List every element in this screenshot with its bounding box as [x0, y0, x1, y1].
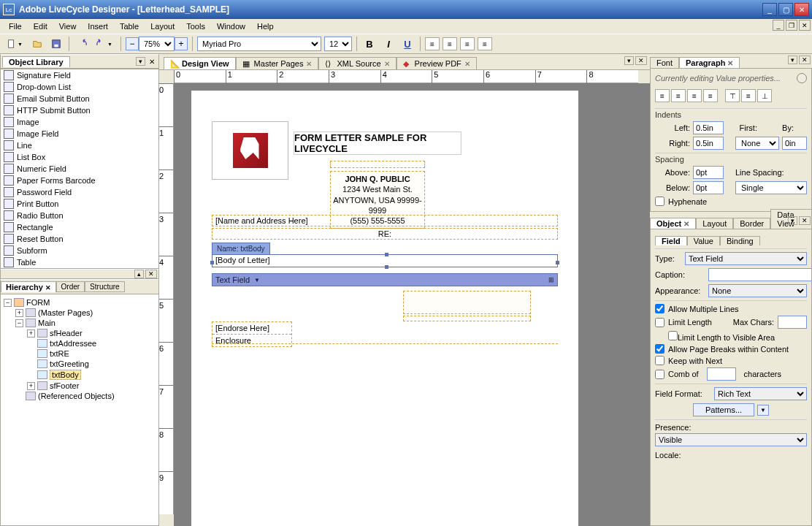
expand-icon[interactable]: +: [15, 309, 23, 317]
minimize-button[interactable]: _: [762, 3, 777, 16]
tab-design-view[interactable]: 📐Design View: [164, 57, 236, 69]
patterns-button[interactable]: Patterns...: [693, 403, 754, 416]
indent-right-input[interactable]: [693, 137, 724, 150]
panel-close-icon[interactable]: ✕: [799, 56, 811, 64]
patterns-dropdown[interactable]: ▼: [757, 405, 769, 416]
object-library-list[interactable]: Signature Field Drop-down List Email Sub…: [0, 69, 159, 269]
first-indent-select[interactable]: None: [735, 137, 779, 150]
keep-next-checkbox[interactable]: [655, 356, 664, 365]
open-button[interactable]: [29, 36, 45, 52]
expand-icon[interactable]: ⊞: [548, 276, 554, 283]
menu-table[interactable]: Table: [114, 20, 145, 32]
save-button[interactable]: [48, 36, 64, 52]
comb-checkbox[interactable]: [655, 370, 664, 379]
font-size-select[interactable]: 12: [324, 37, 352, 51]
tab-xml-source[interactable]: ⟨⟩XML Source✕: [318, 57, 396, 69]
limit-visible-checkbox[interactable]: [668, 331, 678, 340]
spacing-below-input[interactable]: [693, 181, 724, 194]
panel-close-icon[interactable]: ✕: [145, 270, 157, 278]
presence-select[interactable]: Visible: [655, 433, 807, 446]
menu-layout[interactable]: Layout: [145, 20, 180, 32]
panel-menu-icon[interactable]: ▾: [136, 57, 145, 66]
max-chars-input[interactable]: [778, 316, 807, 329]
hierarchy-tab[interactable]: Hierarchy ✕: [1, 281, 56, 292]
mdi-close-button[interactable]: ✕: [799, 20, 811, 31]
para-align-right[interactable]: ≡: [687, 89, 702, 102]
para-valign-top[interactable]: ⊤: [725, 89, 740, 102]
panel-menu-icon[interactable]: ▾: [788, 216, 797, 225]
limit-length-checkbox[interactable]: [655, 318, 664, 327]
endorse-field[interactable]: [Endorse Here]: [212, 322, 291, 335]
hierarchy-tree[interactable]: −FORM +(Master Pages) −Main +sfHeader tx…: [0, 294, 159, 526]
field-format-select[interactable]: Rich Text: [714, 387, 807, 400]
logo-image[interactable]: [212, 121, 288, 180]
appearance-select[interactable]: None: [708, 284, 807, 297]
zoom-in-button[interactable]: +: [175, 37, 188, 50]
menu-file[interactable]: File: [3, 20, 28, 32]
redo-button[interactable]: ▼: [93, 36, 116, 52]
close-icon[interactable]: ✕: [464, 60, 470, 68]
underline-button[interactable]: U: [399, 36, 415, 52]
design-page[interactable]: FORM LETTER SAMPLE FOR LIVECYCLE JOHN Q.…: [191, 91, 578, 526]
type-select[interactable]: Text Field: [685, 252, 807, 265]
maximize-button[interactable]: ▢: [778, 3, 793, 16]
new-button[interactable]: ▼: [3, 36, 26, 52]
tab-preview-pdf[interactable]: ◆Preview PDF✕: [397, 57, 477, 69]
chevron-down-icon[interactable]: ▼: [254, 277, 260, 283]
comb-count-input[interactable]: [707, 367, 736, 381]
close-button[interactable]: ✕: [794, 3, 809, 16]
placeholder-field[interactable]: [403, 316, 531, 321]
close-icon[interactable]: ✕: [384, 60, 390, 68]
tab-layout[interactable]: Layout: [696, 218, 733, 229]
tab-master-pages[interactable]: ▦Master Pages✕: [236, 57, 319, 69]
align-center-button[interactable]: ≡: [443, 37, 457, 50]
zoom-out-button[interactable]: −: [126, 37, 139, 50]
hyphenate-checkbox[interactable]: [655, 197, 664, 206]
structure-tab[interactable]: Structure: [85, 281, 125, 292]
caption-input[interactable]: [708, 268, 812, 281]
tab-object[interactable]: Object✕: [650, 218, 696, 229]
indent-by-input[interactable]: [782, 137, 807, 150]
tab-border[interactable]: Border: [733, 218, 770, 229]
tab-font[interactable]: Font: [650, 57, 679, 68]
align-right-button[interactable]: ≡: [460, 37, 475, 50]
menu-help[interactable]: Help: [251, 20, 280, 32]
expand-icon[interactable]: +: [27, 382, 35, 390]
object-library-close[interactable]: ✕: [147, 58, 157, 66]
menu-insert[interactable]: Insert: [82, 20, 114, 32]
tabs-close-icon[interactable]: ✕: [635, 56, 647, 65]
tabs-menu-icon[interactable]: ▾: [624, 56, 634, 65]
tab-paragraph[interactable]: Paragraph✕: [679, 57, 740, 68]
placeholder-field[interactable]: [403, 291, 531, 314]
para-valign-middle[interactable]: ≡: [741, 89, 756, 102]
menu-view[interactable]: View: [53, 20, 83, 32]
type-indicator[interactable]: Text Field▼ ⊞: [212, 273, 558, 286]
line-spacing-select[interactable]: Single: [735, 181, 807, 194]
align-left-button[interactable]: ≡: [425, 37, 440, 50]
align-justify-button[interactable]: ≡: [478, 37, 492, 50]
para-align-center[interactable]: ≡: [671, 89, 686, 102]
subtab-binding[interactable]: Binding: [720, 236, 760, 245]
enclosure-field[interactable]: Enclosure: [212, 335, 291, 346]
undo-button[interactable]: [74, 36, 90, 52]
para-align-left[interactable]: ≡: [655, 89, 670, 102]
subtab-value[interactable]: Value: [687, 236, 720, 245]
bold-button[interactable]: B: [361, 36, 378, 52]
body-field[interactable]: [Body of Letter]: [212, 254, 558, 267]
mdi-minimize-button[interactable]: _: [773, 20, 784, 31]
info-icon[interactable]: [797, 73, 807, 83]
spacing-above-input[interactable]: [693, 166, 724, 179]
form-title-field[interactable]: FORM LETTER SAMPLE FOR LIVECYCLE: [294, 132, 461, 155]
expand-icon[interactable]: +: [27, 329, 35, 338]
page-break-checkbox[interactable]: [655, 344, 664, 354]
spacer-field[interactable]: [330, 161, 425, 168]
order-tab[interactable]: Order: [56, 281, 85, 292]
para-valign-bottom[interactable]: ⊥: [757, 89, 772, 102]
allow-multiline-checkbox[interactable]: [655, 304, 664, 313]
expand-icon[interactable]: −: [15, 319, 23, 327]
menu-window[interactable]: Window: [211, 20, 251, 32]
menu-tools[interactable]: Tools: [180, 20, 211, 32]
canvas-scroll[interactable]: FORM LETTER SAMPLE FOR LIVECYCLE JOHN Q.…: [174, 83, 650, 526]
zoom-select[interactable]: 75%: [139, 37, 175, 51]
panel-close-icon[interactable]: ✕: [799, 216, 811, 225]
